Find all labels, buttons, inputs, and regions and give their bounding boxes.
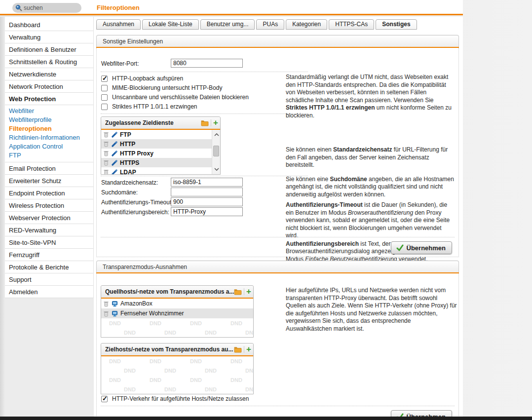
sidebar-item-protokolle-berichte[interactable]: Protokolle & Berichte <box>5 261 93 273</box>
sidebar-item-verwaltung[interactable]: Verwaltung <box>5 31 93 43</box>
webfilter-port-input[interactable] <box>171 59 243 68</box>
sidebar-item-wireless-protection[interactable]: Wireless Protection <box>5 199 93 212</box>
top-bar: suchen Filteroptionen <box>0 0 463 15</box>
list-item-fernseher-wohnzimmer[interactable]: Fernseher Wohnzimmer <box>101 308 253 318</box>
help-text-column: Hier aufgeführte IPs, URLs und Netzwerke… <box>286 287 457 340</box>
sidebar-subitem-webfilterprofile[interactable]: Webfilterprofile <box>5 115 93 124</box>
sidebar-item-definitionen-benutzer[interactable]: Definitionen & Benutzer <box>5 43 93 56</box>
search-input[interactable]: suchen <box>12 3 81 13</box>
sidebar-item-red-verwaltung[interactable]: RED-Verwaltung <box>5 224 93 236</box>
trash-icon[interactable] <box>103 310 109 317</box>
help-paragraph: Sie können einen Standardzeichensatz für… <box>286 146 455 169</box>
checkbox-mime-blockierung[interactable]: MIME-Blockierung untersucht HTTP-Body <box>101 84 222 91</box>
standardzeichensatz-input[interactable] <box>171 178 243 187</box>
checkbox-http-verkehr-zulassen[interactable]: HTTP-Verkehr für aufgeführte Hosts/Netze… <box>101 395 249 402</box>
sidebar-subitem-webfilter[interactable]: Webfilter <box>5 107 93 115</box>
list-item-http[interactable]: HTTP <box>101 139 220 149</box>
list-item-amazonbox[interactable]: AmazonBox <box>101 299 253 308</box>
checkbox-box[interactable] <box>101 104 108 110</box>
checkbox-box[interactable] <box>101 396 108 402</box>
checkbox-label: Unscannbare und verschlüsselte Dateien b… <box>112 94 249 101</box>
list-item-http-proxy[interactable]: HTTP Proxy <box>101 149 220 158</box>
add-icon[interactable]: + <box>213 119 218 126</box>
list-item-ldap[interactable]: LDAP <box>101 167 220 174</box>
sidebar-item-abmelden[interactable]: Abmelden <box>5 286 93 298</box>
checkbox-box[interactable] <box>101 85 108 91</box>
suchdomaene-input[interactable] <box>171 188 243 196</box>
folder-icon[interactable] <box>234 289 242 295</box>
list-item-https[interactable]: HTTPS <box>101 158 220 167</box>
zieldienste-list: FTP HTTP HTTP Proxy <box>101 130 220 174</box>
tab-ausnahmen[interactable]: Ausnahmen <box>96 19 141 30</box>
quellhosts-listbox: Quellhosts/-netze vom Transparenzmodus a… <box>101 285 254 338</box>
trash-icon[interactable] <box>103 150 109 156</box>
sidebar-item-endpoint-protection[interactable]: Endpoint Protection <box>5 187 93 199</box>
sidebar-item-support[interactable]: Support <box>5 273 93 286</box>
sidebar-item-network-protection[interactable]: Network Protection <box>5 80 93 93</box>
add-icon[interactable]: + <box>246 346 251 353</box>
tab-kategorien[interactable]: Kategorien <box>286 19 327 30</box>
suchdomaene-label: Suchdomäne: <box>101 189 138 196</box>
list-scrollbar[interactable] <box>212 130 220 174</box>
section-body: Quellhosts/-netze vom Transparenzmodus a… <box>96 273 459 419</box>
scrollbar-thumb[interactable] <box>213 146 219 156</box>
auth-bereich-input[interactable] <box>171 207 243 216</box>
search-placeholder: suchen <box>24 4 43 11</box>
help-paragraph: Standardmäßig verlangt die UTM nicht, da… <box>286 74 455 119</box>
sidebar-item-dashboard[interactable]: Dashboard <box>5 19 93 31</box>
checkbox-box[interactable] <box>101 94 108 101</box>
tab-benutzer-umgehung[interactable]: Benutzer umg... <box>200 19 255 30</box>
check-icon <box>396 244 404 251</box>
checkbox-http-loopback[interactable]: HTTP-Loopback aufspüren <box>101 75 183 82</box>
sidebar-subitem-filteroptionen[interactable]: Filteroptionen <box>5 124 93 133</box>
divider <box>211 119 211 126</box>
separator <box>101 406 455 406</box>
sidebar-subitem-richtlinien-informationen[interactable]: Richtlinien-Informationen <box>5 133 93 142</box>
separator <box>101 114 308 114</box>
zielhosts-list: DNDDNDDNDDND DNDDNDDNDDND DNDDNDDNDDND D… <box>101 356 253 394</box>
sidebar-item-webserver-protection[interactable]: Webserver Protection <box>5 212 93 224</box>
zielhosts-listbox-title: Zielhosts/-netze vom Transparenzmodus au… <box>105 346 234 353</box>
folder-icon[interactable] <box>201 120 209 126</box>
service-icon <box>112 169 117 175</box>
web-protection-submenu: Webfilter Webfilterprofile Filteroptione… <box>5 105 93 162</box>
list-item-ftp[interactable]: FTP <box>101 130 220 139</box>
folder-icon[interactable] <box>234 346 242 353</box>
trash-icon[interactable] <box>103 141 109 147</box>
service-name: LDAP <box>120 169 136 175</box>
dnd-dropzone: DNDDNDDNDDND <box>101 375 253 384</box>
auth-timeout-input[interactable] <box>171 197 243 206</box>
section-title: Sonstige Einstellungen <box>96 35 459 47</box>
help-paragraph: Sie können eine Suchdomäne angeben, die … <box>286 176 455 199</box>
sidebar-item-schnittstellen-routing[interactable]: Schnittstellen & Routing <box>5 56 93 68</box>
add-icon[interactable]: + <box>246 288 251 295</box>
sidebar-item-erweiterter-schutz[interactable]: Erweiterter Schutz <box>5 175 93 187</box>
checkbox-striktes-http[interactable]: Striktes HTTP 1.0/1.1 erzwingen <box>101 103 197 110</box>
sidebar-item-netzwerkdienste[interactable]: Netzwerkdienste <box>5 68 93 80</box>
sidebar-subitem-application-control[interactable]: Application Control <box>5 142 93 151</box>
tab-puas[interactable]: PUAs <box>256 19 284 30</box>
tab-sonstiges[interactable]: Sonstiges <box>376 19 417 30</box>
scroll-down-icon[interactable] <box>212 165 220 173</box>
tab-https-cas[interactable]: HTTPS-CAs <box>329 19 374 30</box>
service-icon <box>112 132 117 138</box>
sidebar-subitem-ftp[interactable]: FTP <box>5 151 93 160</box>
bottom-bar <box>0 417 532 420</box>
zieldienste-listbox-header: Zugelassene Zieldienste + <box>101 117 220 129</box>
checkbox-box[interactable] <box>101 76 108 82</box>
apply-button[interactable]: Übernehmen <box>391 241 452 254</box>
sidebar-item-fernzugriff[interactable]: Fernzugriff <box>5 249 93 261</box>
sidebar-item-email-protection[interactable]: Email Protection <box>5 162 93 175</box>
service-icon <box>112 160 117 166</box>
trash-icon[interactable] <box>103 159 109 166</box>
scroll-up-icon[interactable] <box>212 131 220 139</box>
host-name: Fernseher Wohnzimmer <box>120 310 184 317</box>
sidebar-item-site-to-site-vpn[interactable]: Site-to-Site-VPN <box>5 236 93 249</box>
checkbox-unscannbare-dateien[interactable]: Unscannbare und verschlüsselte Dateien b… <box>101 94 249 101</box>
tab-lokale-site-liste[interactable]: Lokale Site-Liste <box>142 19 199 30</box>
trash-icon[interactable] <box>103 169 109 174</box>
checkbox-label: MIME-Blockierung untersucht HTTP-Body <box>112 84 222 91</box>
trash-icon[interactable] <box>103 131 109 138</box>
trash-icon[interactable] <box>103 301 109 307</box>
sidebar-item-web-protection[interactable]: Web Protection <box>5 93 93 105</box>
